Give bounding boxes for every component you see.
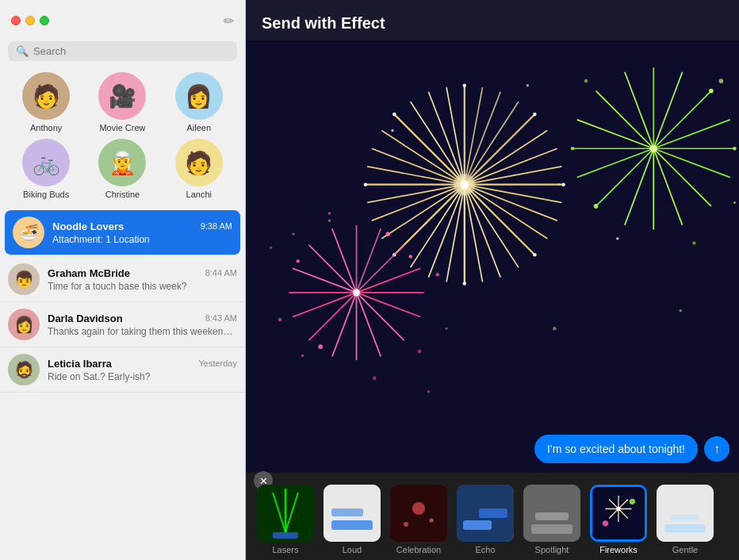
conv-avatar: 🍜 <box>13 217 44 248</box>
conv-avatar: 🧔 <box>8 354 40 385</box>
contact-christine[interactable]: 🧝 Christine <box>87 139 157 199</box>
traffic-lights <box>11 16 49 25</box>
send-button[interactable]: ↑ <box>704 436 729 462</box>
fireworks-svg <box>246 40 739 473</box>
conversation-list: 🍜 Noodle Lovers 9:38 AM Attachment: 1 Lo… <box>0 209 245 560</box>
message-bubble-area: I'm so excited about tonight! ↑ <box>534 435 729 463</box>
contact-aileen[interactable]: 👩 Aileen <box>164 72 234 132</box>
effect-echo[interactable]: Echo <box>454 485 517 554</box>
svg-point-135 <box>630 499 635 504</box>
svg-point-68 <box>418 349 422 353</box>
conv-content: Graham McBride 8:44 AM Time for a touch … <box>48 267 237 292</box>
effects-bar: Lasers Loud Celebration Echo Spotlight <box>246 473 739 560</box>
svg-point-134 <box>616 507 621 512</box>
titlebar: ✏ <box>0 0 245 41</box>
minimize-button[interactable] <box>25 16 35 25</box>
main-title: Send with Effect <box>246 0 739 40</box>
conv-name: Leticia Ibarra <box>48 358 112 370</box>
conv-name: Graham McBride <box>48 267 130 279</box>
svg-point-33 <box>463 84 467 88</box>
svg-rect-138 <box>664 524 706 532</box>
svg-point-97 <box>584 79 588 83</box>
svg-rect-139 <box>671 515 699 521</box>
contact-avatar: 👩 <box>175 72 223 120</box>
effect-spotlight[interactable]: Spotlight <box>520 485 584 554</box>
contact-movie-crew[interactable]: 🎥 Movie Crew <box>87 72 157 132</box>
conv-time: Yesterday <box>198 359 237 368</box>
conv-name: Darla Davidson <box>48 313 123 324</box>
effect-thumb-celebration <box>390 485 447 542</box>
conv-avatar: 👦 <box>8 263 40 295</box>
svg-point-89 <box>594 204 599 209</box>
svg-point-118 <box>430 519 434 523</box>
svg-point-71 <box>270 246 272 248</box>
conv-header: Graham McBride 8:44 AM <box>48 267 237 279</box>
conv-content: Darla Davidson 8:43 AM Thanks again for … <box>48 313 237 337</box>
svg-point-60 <box>408 255 412 259</box>
effect-celebration[interactable]: Celebration <box>387 485 450 554</box>
conversation-leticia-ibarra[interactable]: 🧔 Leticia Ibarra Yesterday Ride on Sat.?… <box>0 347 245 393</box>
conv-content: Leticia Ibarra Yesterday Ride on Sat.? E… <box>48 358 237 382</box>
svg-point-95 <box>557 183 560 186</box>
close-button[interactable] <box>11 16 21 25</box>
maximize-button[interactable] <box>40 16 49 25</box>
svg-point-106 <box>328 219 331 221</box>
svg-point-36 <box>533 253 537 257</box>
contact-name: Lanchi <box>186 190 212 199</box>
svg-rect-108 <box>273 532 298 539</box>
contact-lanchi[interactable]: 🧑 Lanchi <box>164 139 234 199</box>
effect-thumb-echo <box>457 485 514 542</box>
conversation-noodle-lovers[interactable]: 🍜 Noodle Lovers 9:38 AM Attachment: 1 Lo… <box>5 210 240 255</box>
svg-point-117 <box>404 522 408 527</box>
search-input[interactable] <box>33 45 229 57</box>
svg-point-91 <box>571 147 575 151</box>
sidebar: ✏ 🔍 🧑 Anthony 🎥 Movie Crew 👩 Aileen 🚲 Bi… <box>0 0 246 560</box>
svg-point-62 <box>296 259 300 263</box>
svg-point-69 <box>292 232 294 235</box>
contact-anthony[interactable]: 🧑 Anthony <box>11 72 81 132</box>
svg-point-96 <box>719 79 724 83</box>
effect-thumb-loud <box>324 485 381 542</box>
svg-point-98 <box>391 129 393 132</box>
compose-button[interactable]: ✏ <box>224 13 234 29</box>
svg-point-42 <box>454 174 475 195</box>
effect-lasers[interactable]: Lasers <box>254 485 317 554</box>
svg-point-116 <box>412 502 425 515</box>
svg-point-105 <box>733 201 736 204</box>
svg-point-63 <box>353 289 360 296</box>
effect-gentle[interactable]: Gentle <box>653 485 717 554</box>
conv-time: 9:38 AM <box>201 221 232 231</box>
effect-label-spotlight: Spotlight <box>535 545 569 554</box>
effect-thumb-fireworks <box>590 485 647 542</box>
effect-label-echo: Echo <box>475 545 495 554</box>
conversation-graham-mcbride[interactable]: 👦 Graham McBride 8:44 AM Time for a touc… <box>0 257 245 302</box>
svg-rect-124 <box>535 512 569 520</box>
contact-biking-buds[interactable]: 🚲 Biking Buds <box>11 139 81 199</box>
effect-label-fireworks: Fireworks <box>599 545 638 554</box>
contact-name: Christine <box>105 190 140 199</box>
svg-point-103 <box>553 327 557 331</box>
svg-point-94 <box>692 241 696 245</box>
conv-preview: Time for a touch base this week? <box>48 281 237 292</box>
effect-thumb-spotlight <box>523 485 580 542</box>
svg-rect-113 <box>331 520 373 530</box>
message-bubble: I'm so excited about tonight! <box>534 435 698 463</box>
effect-loud[interactable]: Loud <box>320 485 384 554</box>
conv-time: 8:44 AM <box>205 268 237 278</box>
conv-content: Noodle Lovers 9:38 AM Attachment: 1 Loca… <box>52 221 232 245</box>
contact-name: Biking Buds <box>23 190 69 199</box>
svg-rect-137 <box>657 485 714 542</box>
svg-point-39 <box>364 182 368 186</box>
conversation-darla-davidson[interactable]: 👩 Darla Davidson 8:43 AM Thanks again fo… <box>0 302 245 347</box>
conv-header: Leticia Ibarra Yesterday <box>48 358 237 370</box>
svg-point-100 <box>616 237 618 240</box>
svg-point-40 <box>392 113 396 117</box>
svg-point-99 <box>526 84 529 86</box>
search-bar: 🔍 <box>8 41 237 61</box>
contact-avatar: 🎥 <box>98 72 146 120</box>
conv-preview: Attachment: 1 Location <box>52 234 232 245</box>
contact-name: Anthony <box>30 123 62 132</box>
effect-label-celebration: Celebration <box>396 545 441 554</box>
effect-label-lasers: Lasers <box>272 545 298 554</box>
effect-fireworks[interactable]: Fireworks <box>587 485 650 554</box>
